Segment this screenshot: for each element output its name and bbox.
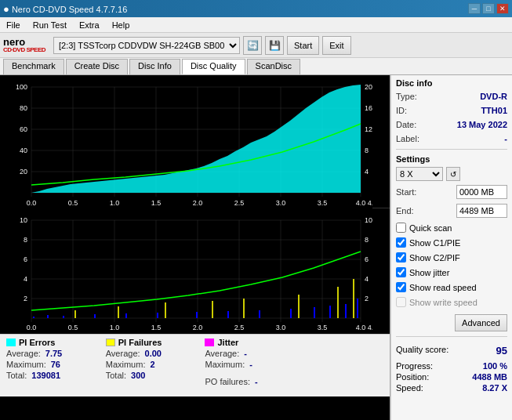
position-value: 4488 MB	[472, 372, 507, 382]
svg-text:80: 80	[20, 104, 27, 112]
show-read-speed-row: Show read speed	[396, 281, 507, 293]
pi-errors-stats: PI Errors Average: 7.75 Maximum: 76 Tota…	[6, 338, 90, 393]
pi-errors-max: 76	[51, 360, 90, 369]
svg-text:4.0: 4.0	[356, 324, 366, 331]
menu-file[interactable]: File	[3, 19, 24, 31]
speed-select-row: 8 X ↺	[396, 167, 507, 181]
svg-rect-84	[329, 306, 331, 318]
svg-rect-88	[118, 306, 119, 318]
tab-create-disc[interactable]: Create Disc	[66, 59, 128, 74]
svg-rect-90	[212, 301, 213, 318]
svg-text:8: 8	[365, 147, 369, 154]
end-input[interactable]	[456, 204, 507, 218]
pi-failures-total: 300	[131, 371, 170, 380]
tabs: Benchmark Create Disc Disc Info Disc Qua…	[0, 58, 512, 75]
quality-score-value: 95	[496, 345, 507, 357]
show-write-speed-checkbox[interactable]	[396, 297, 406, 307]
show-c2-checkbox[interactable]	[396, 252, 406, 262]
svg-text:2.0: 2.0	[193, 324, 203, 331]
svg-text:3.5: 3.5	[318, 324, 328, 331]
disc-date-row: Date: 13 May 2022	[396, 119, 507, 130]
close-button[interactable]: ✕	[496, 3, 509, 14]
advanced-button[interactable]: Advanced	[455, 314, 507, 331]
svg-rect-87	[74, 310, 76, 318]
disc-label-row: Label: -	[396, 133, 507, 144]
jitter-legend	[205, 339, 214, 346]
quality-score-row: Quality score: 95	[396, 345, 507, 357]
speed-select[interactable]: 8 X	[396, 167, 443, 181]
maximize-button[interactable]: □	[482, 3, 495, 14]
titlebar-title: ● Nero CD-DVD Speed 4.7.7.16	[3, 3, 127, 15]
pi-errors-avg: 7.75	[45, 349, 85, 358]
svg-text:4.5: 4.5	[368, 199, 372, 207]
svg-text:1.5: 1.5	[151, 324, 162, 331]
disc-label-value: -	[504, 134, 507, 143]
show-jitter-checkbox[interactable]	[396, 267, 406, 277]
svg-text:10: 10	[20, 216, 27, 224]
show-c1-checkbox[interactable]	[396, 237, 406, 248]
progress-row: Progress: 100 %	[396, 361, 507, 371]
exit-button[interactable]: Exit	[322, 36, 350, 55]
quick-scan-checkbox[interactable]	[396, 223, 406, 233]
svg-text:6: 6	[24, 255, 27, 263]
svg-text:100: 100	[16, 83, 27, 91]
tab-benchmark[interactable]: Benchmark	[3, 59, 64, 74]
show-write-speed-row: Show write speed	[396, 296, 507, 308]
svg-rect-82	[290, 309, 292, 318]
menu-help[interactable]: Help	[109, 19, 133, 31]
svg-text:0.0: 0.0	[27, 324, 37, 331]
disc-info-title: Disc info	[396, 78, 507, 88]
minimize-button[interactable]: ─	[468, 3, 481, 14]
svg-rect-81	[259, 310, 260, 318]
disc-date-value: 13 May 2022	[457, 120, 507, 129]
stats-bar: PI Errors Average: 7.75 Maximum: 76 Tota…	[0, 334, 390, 396]
show-c1-row: Show C1/PIE	[396, 237, 507, 248]
menu-extra[interactable]: Extra	[76, 19, 103, 31]
svg-text:0.5: 0.5	[68, 199, 78, 207]
svg-text:3.5: 3.5	[318, 199, 328, 207]
pi-failures-label: PI Failures	[118, 338, 162, 347]
upper-chart: recorded with TSSTcorp TS-U633F	[0, 75, 390, 208]
pi-errors-total: 139081	[31, 371, 71, 380]
pi-failures-max: 2	[150, 360, 189, 369]
svg-rect-77	[125, 313, 127, 318]
pi-failures-legend	[106, 339, 115, 346]
speed-row: Speed: 8.27 X	[396, 383, 507, 393]
show-jitter-row: Show jitter	[396, 266, 507, 278]
drive-select[interactable]: [2:3] TSSTcorp CDDVDW SH-224GB SB00	[53, 37, 240, 54]
svg-rect-85	[345, 304, 347, 318]
start-row: Start:	[396, 184, 507, 200]
svg-rect-78	[157, 313, 158, 318]
tab-scan-disc[interactable]: ScanDisc	[247, 59, 300, 74]
svg-rect-75	[63, 316, 64, 318]
svg-text:4.5: 4.5	[368, 324, 372, 331]
jitter-max: -	[249, 360, 289, 369]
svg-rect-92	[298, 295, 300, 318]
disc-type-row: Type: DVD-R	[396, 91, 507, 102]
svg-text:12: 12	[365, 125, 372, 133]
po-failures-value: -	[255, 377, 294, 386]
main-content: recorded with TSSTcorp TS-U633F	[0, 75, 512, 420]
tab-disc-info[interactable]: Disc Info	[129, 59, 180, 74]
tab-disc-quality[interactable]: Disc Quality	[182, 59, 245, 74]
svg-rect-83	[314, 307, 315, 318]
progress-section: Progress: 100 % Position: 4488 MB Speed:…	[396, 361, 507, 393]
svg-text:8: 8	[365, 236, 369, 244]
refresh-button[interactable]: 🔄	[243, 36, 262, 55]
svg-text:1.0: 1.0	[110, 199, 120, 207]
svg-rect-93	[337, 287, 339, 318]
svg-rect-91	[243, 299, 245, 318]
svg-text:20: 20	[20, 168, 27, 176]
disc-id-row: ID: TTH01	[396, 105, 507, 116]
speed-refresh-button[interactable]: ↺	[446, 167, 460, 181]
show-read-speed-checkbox[interactable]	[396, 282, 406, 292]
svg-text:40: 40	[20, 147, 27, 154]
svg-text:2.5: 2.5	[234, 199, 245, 207]
start-input[interactable]	[456, 185, 507, 199]
svg-text:0.5: 0.5	[68, 324, 78, 331]
start-button[interactable]: Start	[287, 36, 319, 55]
lower-chart: 10 8 6 4 2 10 8 6 4 2 0.0 0.5 1.0 1.5 2.…	[0, 208, 390, 334]
save-button[interactable]: 💾	[265, 36, 284, 55]
menu-run-test[interactable]: Run Test	[30, 19, 70, 31]
svg-rect-86	[357, 299, 358, 318]
